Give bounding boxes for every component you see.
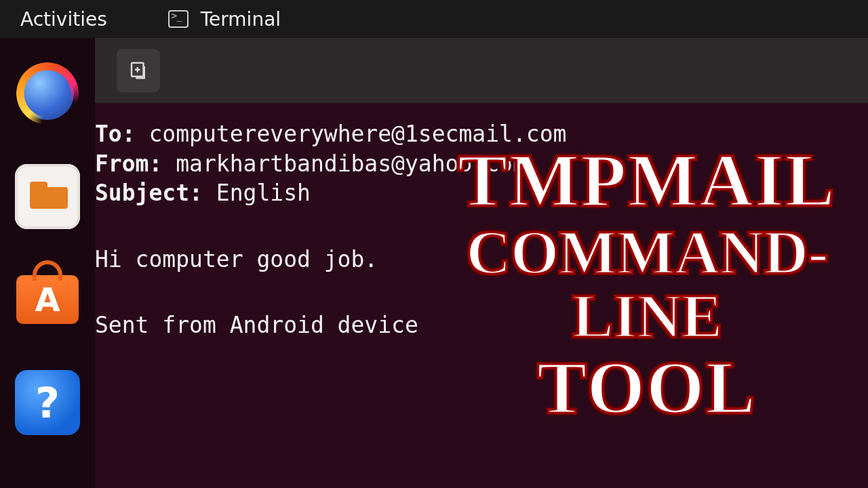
activities-button[interactable]: Activities: [20, 8, 107, 30]
mail-subject-label: Subject:: [95, 180, 203, 206]
active-app-label: Terminal: [201, 8, 281, 30]
terminal-tab-bar: [95, 38, 868, 103]
active-app-indicator[interactable]: Terminal: [168, 8, 281, 30]
dock-item-files[interactable]: [15, 164, 80, 229]
gnome-top-bar: Activities Terminal: [0, 0, 868, 38]
terminal-window: To: computereverywhere@1secmail.com From…: [95, 38, 868, 488]
software-handle-icon: [33, 260, 62, 281]
mail-to-value: computereverywhere@1secmail.com: [149, 121, 566, 147]
new-tab-button[interactable]: [117, 49, 160, 92]
mail-subject-row: Subject: English: [95, 178, 868, 208]
mail-from-value: markhartbandibas@yahoo.com: [176, 150, 526, 177]
mail-body-line: Hi computer good job.: [95, 245, 868, 274]
dock-item-help[interactable]: ?: [15, 370, 80, 435]
dock-item-firefox[interactable]: [15, 61, 80, 126]
terminal-icon: [168, 10, 189, 28]
mail-from-label: From:: [95, 150, 162, 177]
help-question-icon: ?: [35, 378, 60, 428]
firefox-flame-icon: [16, 62, 79, 125]
mail-subject-value: English: [216, 180, 311, 206]
new-tab-icon: [128, 60, 149, 81]
software-letter: A: [35, 281, 60, 319]
mail-to-label: To:: [95, 121, 136, 147]
dock-item-software[interactable]: A: [15, 267, 80, 332]
mail-signature-line: Sent from Android device: [95, 310, 868, 340]
mail-to-row: To: computereverywhere@1secmail.com: [95, 119, 868, 149]
mail-from-row: From: markhartbandibas@yahoo.com: [95, 149, 868, 179]
software-bag-icon: A: [16, 275, 79, 324]
dock: A ?: [0, 38, 95, 488]
terminal-output[interactable]: To: computereverywhere@1secmail.com From…: [95, 103, 868, 340]
